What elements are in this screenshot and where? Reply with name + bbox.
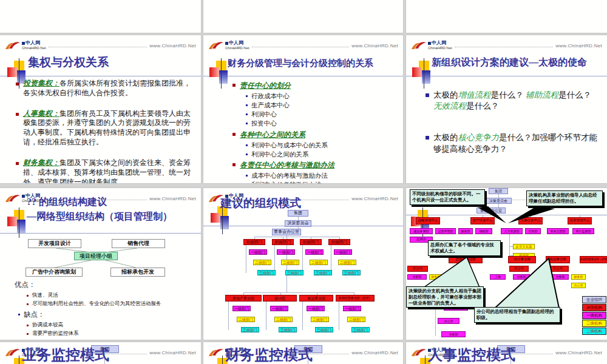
connector-line xyxy=(274,245,275,273)
list-item: 快速、灵活 xyxy=(27,292,196,298)
title-decoration xyxy=(211,206,231,234)
org-box: 三级部门 xyxy=(342,270,361,275)
site-url[interactable]: www.ChinaHRD.Net xyxy=(351,43,398,49)
slide-thumbnail-b3[interactable]: 中人网ChinaHRD.Net www.ChinaHRD.Net 新组织设计方案… xyxy=(406,35,607,183)
org-box: 企业文化室 xyxy=(513,244,535,249)
slide-thumbnail-partial[interactable] xyxy=(203,0,403,33)
org-box: 办公室 xyxy=(571,283,586,288)
pros-head: 优点： xyxy=(15,280,196,289)
slide-thumbnail-d2[interactable]: 中人网ChinaHRD.Net www.ChinaHRD.Net 财务监控模式 … xyxy=(203,342,403,364)
legend-item: 决策机构 xyxy=(582,304,606,311)
list-item: 利润中心与成本中心的关系 xyxy=(246,141,398,149)
org-box: 上海 xyxy=(445,274,461,280)
list-item: 利润中心 xyxy=(246,110,398,118)
callout-note: 总师办汇集了各个领域的专业技术权威人士。 xyxy=(428,240,501,256)
org-box: 海运事业部 xyxy=(299,295,333,302)
title-rule xyxy=(0,233,201,234)
title-decoration xyxy=(209,61,230,89)
header-divider xyxy=(455,46,553,47)
site-url[interactable]: www.ChinaHRD.Net xyxy=(555,43,602,49)
legend-item: 三级机构 xyxy=(582,328,606,335)
chinahrd-header: 中人网ChinaHRD.Net www.ChinaHRD.Net xyxy=(208,37,398,50)
org-box: 决策委员会 xyxy=(285,220,311,227)
slide-body: 投资集权：各所属实体所有投资计划需报集团批准，各实体无权自行和他人合作投资。 人… xyxy=(16,79,196,183)
slide-thumbnail-c3[interactable]: 中人网ChinaHRD.Net www.ChinaHRD.Net 集团 决策委员… xyxy=(406,188,607,340)
org-box: 资产经营中心 xyxy=(470,217,495,224)
org-box: 运营管理部 xyxy=(435,228,456,234)
chinahrd-logo-icon xyxy=(411,41,427,50)
site-url[interactable]: www.ChinaHRD.Net xyxy=(555,350,602,356)
org-box: 审计监察部 xyxy=(572,228,594,234)
org-box: 一级部门 xyxy=(343,306,361,311)
bullet-text: 太极的增值流程是什么？ 辅助流程是什么？ 无效流程是什么？ xyxy=(433,90,599,112)
bullet-item: 太极的增值流程是什么？ 辅助流程是什么？ 无效流程是什么？ xyxy=(426,90,599,112)
logo-en-text: ChinaHRD.Net xyxy=(225,46,249,50)
site-url[interactable]: www.ChinaHRD.Net xyxy=(351,350,398,356)
connector-line xyxy=(302,245,303,273)
org-box: 一级部门 xyxy=(305,249,324,255)
bullet-item: 太极的核心竞争力是什么？加强哪个环节才能够提高核心竞争力？ xyxy=(426,132,599,154)
logo-square xyxy=(22,42,25,45)
org-box: 广告中介咨询策划 xyxy=(25,268,83,277)
logo-en-text: ChinaHRD.Net xyxy=(22,46,46,50)
list-item: 生产成本中心 xyxy=(246,101,398,109)
site-url[interactable]: www.ChinaHRD.Net xyxy=(149,196,196,201)
org-box: 战略管理中心 xyxy=(416,217,440,224)
org-box: 房地产事业部 xyxy=(225,295,262,302)
slide-thumbnail-b2[interactable]: 中人网ChinaHRD.Net www.ChinaHRD.Net 财务分级管理与… xyxy=(203,35,403,183)
org-box: 海运事业部 xyxy=(546,256,570,263)
list-item: 需要严密的监控体系 xyxy=(27,330,196,337)
bullet-icon xyxy=(16,113,19,116)
connector-line xyxy=(266,302,266,330)
org-box: 上海 xyxy=(490,274,506,280)
org-box: 职能部门 xyxy=(300,239,322,245)
site-url[interactable]: www.ChinaHRD.Net xyxy=(149,350,196,356)
site-url[interactable]: www.ChinaHRD.Net xyxy=(149,43,196,49)
org-box: 二级部门 xyxy=(311,317,329,322)
org-box: 业务部 xyxy=(552,274,569,280)
list-item: 行政成本中心 xyxy=(246,92,398,100)
cons-head: 缺点： xyxy=(18,310,196,319)
chinahrd-logo: 中人网ChinaHRD.Net xyxy=(5,41,46,50)
slide-thumbnail-c2[interactable]: 中人网ChinaHRD.Net www.ChinaHRD.Net 建议的组织模式… xyxy=(203,188,403,340)
connector-line xyxy=(509,234,510,256)
org-box: 房地产事业部 xyxy=(449,256,483,263)
slide-thumbnail-b1[interactable]: 中人网ChinaHRD.Net www.ChinaHRD.Net 集权与分权关系… xyxy=(0,35,201,183)
org-box: 财务部 xyxy=(458,228,473,234)
bullet-term: 财务集权： xyxy=(23,158,59,167)
callout-note: 决策级的分支机构负责人相当于集团副总经理职务，并可兼任事业部本部一级业务部门的负… xyxy=(406,286,484,308)
org-box: 二级部门 xyxy=(253,260,271,265)
bullet-item: 财务集权：集团及下属实体之间的资金往来、资金筹措、成本核算、预算考核均由集团统一… xyxy=(16,158,196,183)
org-box: 财务部 xyxy=(532,274,547,280)
connector-line xyxy=(428,215,580,215)
org-box: 三级部门 xyxy=(279,327,297,332)
slide-thumbnail-partial[interactable] xyxy=(0,0,201,33)
org-box: 三级部门 xyxy=(351,327,370,332)
org-box: 一级部门 xyxy=(249,249,267,255)
chinahrd-logo: 中人网ChinaHRD.Net xyxy=(411,41,452,50)
title-rule xyxy=(203,76,403,76)
chinahrd-header: 中人网ChinaHRD.Net www.ChinaHRD.Net xyxy=(411,37,602,50)
site-url[interactable]: www.ChinaHRD.Net xyxy=(351,196,398,201)
connector-line xyxy=(243,292,354,293)
slide-body: 优点： 快速、灵活 尽可能地利用社会性的、专业化的公司为其经营活动服务 缺点： … xyxy=(15,280,196,337)
org-box: 职能部门 xyxy=(243,239,265,245)
logo-cn-text: 中人网 xyxy=(432,41,446,46)
org-box: 行政部 xyxy=(525,228,541,234)
org-box: 规划发展部 xyxy=(410,228,433,234)
list-item: 成本中心的考核与激励办法 xyxy=(246,172,398,180)
chinahrd-header: 中人网ChinaHRD.Net www.ChinaHRD.Net xyxy=(5,37,196,50)
legend-item: 企业组织 xyxy=(582,296,606,303)
org-box: 董事会办公室 xyxy=(476,207,506,214)
title-decoration xyxy=(412,61,433,89)
slide-thumbnail-c1[interactable]: 中人网ChinaHRD.Net www.ChinaHRD.Net ?? 的组织结… xyxy=(0,188,201,340)
org-box: 二级部门 xyxy=(310,260,328,265)
slide-thumbnail-partial[interactable] xyxy=(406,0,607,33)
org-box: 办公室 xyxy=(532,283,547,288)
slide-thumbnail-d3[interactable]: 中人网ChinaHRD.Net www.ChinaHRD.Net 人事监控模式 … xyxy=(406,342,607,364)
chinahrd-logo-icon xyxy=(208,41,224,50)
slide-thumbnail-d1[interactable]: 中人网ChinaHRD.Net www.ChinaHRD.Net 业务监控模式 … xyxy=(0,342,201,364)
connector-line xyxy=(246,245,246,273)
page-title: 人事监控模式 xyxy=(428,347,515,364)
org-box: 决策委员会 xyxy=(485,198,512,204)
